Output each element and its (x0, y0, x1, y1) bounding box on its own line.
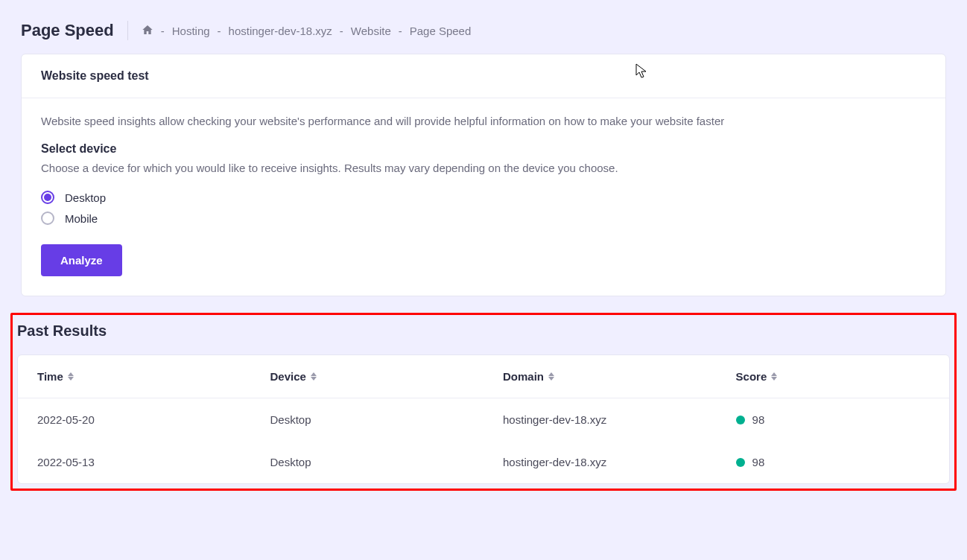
column-header-label: Time (37, 370, 63, 383)
breadcrumb-website[interactable]: Website (351, 25, 391, 37)
device-option-mobile[interactable]: Mobile (41, 211, 926, 225)
page-header: Page Speed - Hosting - hostinger-dev-18.… (21, 0, 946, 54)
breadcrumb: - Hosting - hostinger-dev-18.xyz - Websi… (142, 24, 472, 38)
cell-device: Desktop (270, 456, 504, 468)
sort-icon (548, 372, 554, 381)
device-option-label: Mobile (65, 212, 98, 225)
breadcrumb-sep: - (161, 25, 165, 37)
breadcrumb-sep: - (218, 25, 221, 37)
home-icon[interactable] (142, 24, 153, 38)
past-results-highlight: Past Results Time Device Domain (10, 313, 957, 491)
cell-domain: hostinger-dev-18.xyz (503, 456, 736, 468)
table-row[interactable]: 2022-05-13 Desktop hostinger-dev-18.xyz … (18, 441, 949, 483)
cell-score: 98 (736, 413, 930, 426)
score-value: 98 (752, 456, 765, 468)
sort-icon (311, 372, 317, 381)
device-option-desktop[interactable]: Desktop (41, 191, 926, 204)
speed-test-title: Website speed test (41, 69, 926, 83)
column-header-domain[interactable]: Domain (503, 370, 736, 383)
cell-score: 98 (736, 456, 930, 468)
column-header-score[interactable]: Score (736, 370, 930, 383)
cell-domain: hostinger-dev-18.xyz (503, 413, 736, 426)
speed-test-card: Website speed test Website speed insight… (21, 54, 946, 296)
score-indicator-dot (736, 416, 745, 424)
column-header-label: Domain (503, 370, 544, 383)
column-header-label: Device (270, 370, 306, 383)
column-header-label: Score (736, 370, 767, 383)
breadcrumb-hosting[interactable]: Hosting (172, 25, 210, 37)
page-title: Page Speed (21, 21, 114, 40)
header-divider (127, 21, 128, 40)
device-option-label: Desktop (65, 191, 106, 204)
score-value: 98 (752, 413, 765, 426)
table-row[interactable]: 2022-05-20 Desktop hostinger-dev-18.xyz … (18, 398, 949, 441)
select-device-label: Select device (41, 142, 926, 156)
speed-test-description: Website speed insights allow checking yo… (41, 115, 926, 127)
breadcrumb-pagespeed[interactable]: Page Speed (410, 25, 472, 37)
radio-icon-selected (41, 191, 54, 204)
column-header-device[interactable]: Device (270, 370, 504, 383)
speed-test-card-body: Website speed insights allow checking yo… (22, 98, 945, 296)
sort-icon (68, 372, 74, 381)
breadcrumb-sep: - (340, 25, 343, 37)
select-device-help: Choose a device for which you would like… (41, 162, 926, 174)
past-results-title: Past Results (17, 322, 950, 340)
breadcrumb-sep: - (399, 25, 402, 37)
speed-test-card-header: Website speed test (22, 54, 945, 98)
table-header-row: Time Device Domain (18, 355, 949, 398)
past-results-table: Time Device Domain (17, 354, 950, 484)
radio-icon-unselected (41, 211, 54, 225)
analyze-button[interactable]: Analyze (41, 244, 122, 276)
cell-time: 2022-05-13 (37, 456, 270, 468)
column-header-time[interactable]: Time (37, 370, 270, 383)
sort-icon (771, 372, 777, 381)
score-indicator-dot (736, 458, 745, 467)
cell-device: Desktop (270, 413, 504, 426)
device-radio-group: Desktop Mobile (41, 191, 926, 225)
breadcrumb-domain[interactable]: hostinger-dev-18.xyz (229, 25, 332, 37)
cell-time: 2022-05-20 (37, 413, 270, 426)
